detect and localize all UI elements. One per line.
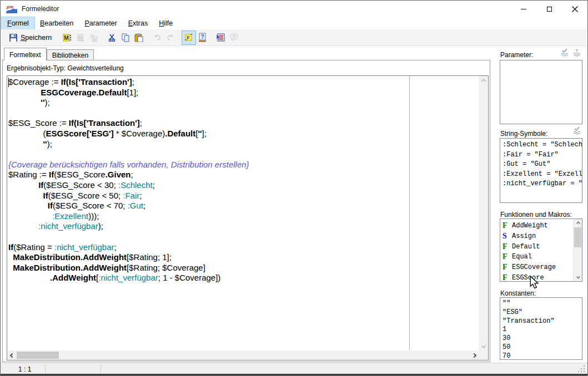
redo-button[interactable] [164, 31, 177, 44]
code-line: :Exzellent))); [8, 211, 478, 222]
svg-text:M: M [64, 34, 69, 40]
constant-item[interactable]: 50 [502, 343, 582, 352]
functions-scroll-up[interactable] [574, 219, 582, 227]
formula-editor[interactable]: $Coverage := If(Is['Transaction']; ESGCo… [7, 75, 489, 360]
constants-listbox[interactable]: """ESG""Transaction"1305070 [500, 297, 582, 360]
code-line: If($Rating = :nicht_verfügbar; [8, 242, 478, 253]
right-panel: Parameter: T String-Symbole: :Schlecht =… [500, 1, 583, 376]
paste-icon [134, 33, 143, 42]
horizontal-scroll-thumb[interactable] [17, 352, 59, 359]
menubar: FormelBearbeitenParameterExtrasHilfe [2, 17, 586, 29]
insert-parameter-check-icon[interactable] [560, 48, 570, 57]
check-formula-button[interactable]: ? [195, 31, 209, 44]
editor-horizontal-scrollbar[interactable] [7, 350, 479, 360]
text-caret [8, 78, 9, 87]
chevron-up-icon [481, 78, 485, 83]
window-title: Formeleditor [22, 5, 59, 13]
function-name: Equal [512, 253, 532, 261]
function-item-addweight[interactable]: FAddWeight [502, 221, 572, 231]
menu-item-extras[interactable]: Extras [123, 17, 153, 29]
function-item-equal[interactable]: FEqual [502, 252, 572, 262]
function-badge-icon: F [502, 221, 508, 230]
library-icon [216, 33, 225, 42]
menu-item-formel[interactable]: Formel [2, 17, 34, 29]
string-symbols-listbox[interactable]: :Schlecht = "Schlecht":Fair = "Fair":Gut… [500, 138, 582, 203]
delete-macro-button[interactable]: M [87, 31, 100, 44]
editor-vertical-scrollbar[interactable] [479, 76, 488, 350]
function-item-esgcoverage[interactable]: FESGCoverage [502, 262, 572, 273]
formeleditor-window: pm Formeleditor FormelBearbeitenParamete… [0, 0, 588, 376]
save-button-label: Speichern [21, 34, 52, 42]
paste-button[interactable] [132, 31, 145, 44]
insert-macro-button[interactable]: M [61, 31, 74, 44]
function-badge-icon: F [502, 273, 508, 282]
svg-text:M: M [79, 35, 83, 40]
code-line: ESGCoverage.Default[1]; [8, 88, 478, 98]
function-item-assign[interactable]: SAssign [502, 231, 572, 242]
code-line: {Coverage berücksichtigen falls vorhande… [8, 160, 478, 170]
scroll-left-arrow[interactable] [7, 350, 17, 360]
constant-item[interactable]: "ESG" [502, 308, 582, 317]
menu-item-hilfe[interactable]: Hilfe [153, 17, 178, 29]
scroll-up-arrow[interactable] [479, 76, 488, 85]
save-button[interactable]: Speichern [8, 31, 53, 44]
scrollbar-corner [479, 350, 488, 360]
svg-text:?: ? [233, 34, 235, 39]
functions-label: Funktionen und Makros: [500, 211, 572, 219]
statusbar: 1 : 1 [1, 363, 587, 375]
constant-item[interactable]: "Transaction" [502, 317, 582, 326]
chevron-down-icon [576, 275, 580, 279]
undo-button[interactable] [150, 31, 164, 44]
constant-item[interactable]: 1 [502, 326, 582, 334]
constants-label: Konstanten: [500, 289, 536, 297]
copy-button[interactable] [119, 31, 132, 44]
function-name: Default [512, 243, 540, 251]
chevron-right-icon [471, 353, 476, 357]
copy-icon [121, 33, 130, 42]
constant-item[interactable]: 70 [502, 352, 582, 360]
functions-scroll-thumb[interactable] [574, 227, 581, 247]
constant-item[interactable]: 30 [502, 334, 582, 343]
code-line: If($ESG_Score < 30; :Schlecht; [8, 180, 478, 191]
context-help-button[interactable]: ? [227, 31, 240, 44]
insert-macro-icon: M [63, 33, 72, 42]
undo-icon [153, 33, 162, 42]
function-item-default[interactable]: FDefault [502, 241, 572, 252]
code-line: ''); [8, 98, 478, 108]
insert-string-symbol-icon[interactable] [572, 126, 582, 135]
insert-parameter-text-icon[interactable]: T [572, 48, 582, 57]
tab-formeltext[interactable]: Formeltext [4, 48, 47, 60]
string-symbol-item[interactable]: :Exzellent = "Exzellent" [502, 170, 582, 180]
code-line: MakeDistribution.AddWeight[$Rating; $Cov… [8, 263, 478, 273]
cut-button[interactable] [105, 31, 119, 44]
string-symbol-icon: F " " [184, 33, 194, 43]
scroll-down-arrow[interactable] [479, 341, 488, 350]
scroll-right-arrow[interactable] [469, 350, 479, 360]
floppy-disk-icon [9, 33, 18, 42]
formeltext-tabpage: Ergebnisobjekt-Typ: Gewichtsverteilung $… [2, 60, 490, 362]
code-line: (ESGScore['ESG'] * $Coverage).Default[''… [8, 129, 478, 139]
tabstrip: FormeltextBibliotheken [4, 48, 94, 60]
formula-code[interactable]: $Coverage := If(Is['Transaction']; ESGCo… [8, 77, 478, 349]
string-symbol-item[interactable]: :Schlecht = "Schlecht" [502, 140, 582, 150]
menu-item-parameter[interactable]: Parameter [79, 17, 122, 29]
help-bubble-icon: ? [229, 33, 239, 42]
menu-item-bearbeiten[interactable]: Bearbeiten [34, 17, 79, 29]
open-library-button[interactable] [214, 31, 227, 44]
functions-scrollbar[interactable] [573, 219, 582, 281]
constant-item[interactable]: "" [502, 299, 582, 308]
string-symbol-item[interactable]: :Gut = "Gut" [502, 160, 582, 170]
string-symbol-item[interactable]: :Fair = "Fair" [502, 150, 582, 160]
string-symbols-label: String-Symbole: [500, 130, 547, 138]
string-symbol-item[interactable]: :nicht_verfügbar = "nicht verfügbar" [502, 179, 582, 189]
insert-string-symbol-button[interactable]: F " " [182, 31, 195, 44]
functions-listbox[interactable]: FAddWeightSAssignFDefaultFEqualFESGCover… [500, 219, 582, 282]
tab-bibliotheken[interactable]: Bibliotheken [47, 49, 94, 60]
code-line: :nicht_verfügbar); [8, 221, 478, 232]
svg-text:M: M [93, 37, 97, 41]
edit-macro-button[interactable]: M [74, 31, 87, 44]
functions-scroll-down[interactable] [574, 273, 582, 281]
svg-text:pm: pm [6, 4, 13, 9]
parameter-listbox[interactable] [500, 60, 582, 124]
svg-text:": " [190, 33, 193, 38]
